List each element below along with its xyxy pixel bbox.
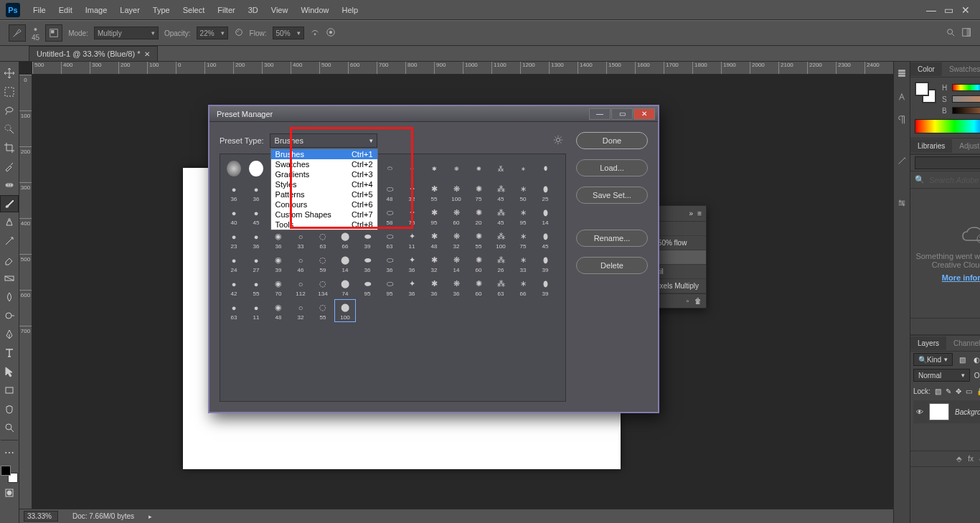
brush-preset[interactable]: ◉48 xyxy=(268,299,289,322)
brush-preset[interactable]: ●36 xyxy=(245,181,267,204)
rectangle-tool[interactable] xyxy=(0,382,19,399)
new-preset-icon[interactable]: ▫ xyxy=(686,297,689,305)
brush-preset[interactable]: ●27 xyxy=(245,252,267,275)
brush-preset[interactable]: ⁂45 xyxy=(490,204,512,227)
brush-preset[interactable]: ●23 xyxy=(223,228,245,251)
pressure-size-icon[interactable] xyxy=(326,27,336,39)
sat-slider[interactable] xyxy=(952,95,980,103)
status-chevron-icon[interactable]: ▸ xyxy=(149,513,152,520)
brush-preset[interactable]: ✦75 xyxy=(401,204,423,227)
brush-preset[interactable]: ✦32 xyxy=(401,181,423,204)
brush-preset[interactable]: ✱55 xyxy=(423,181,445,204)
brush-preset[interactable]: ✦ xyxy=(401,157,423,180)
eraser-tool[interactable] xyxy=(0,251,19,268)
properties-panel-icon[interactable] xyxy=(894,195,910,211)
brush-preset[interactable]: ⬮14 xyxy=(534,204,556,227)
color-tab[interactable]: Color xyxy=(910,62,942,76)
dodge-tool[interactable] xyxy=(0,307,19,324)
brush-preset[interactable]: ✺60 xyxy=(468,275,489,298)
menu-view[interactable]: View xyxy=(265,4,294,17)
healing-brush-tool[interactable] xyxy=(0,176,19,194)
layer-fx-icon[interactable]: fx xyxy=(968,455,974,463)
brush-preset[interactable]: ◌55 xyxy=(312,299,334,322)
brush-preset[interactable]: ∗ xyxy=(512,157,534,180)
horizontal-ruler[interactable]: 5004003002001000100200300400500600700800… xyxy=(32,62,893,75)
layer-item[interactable]: 👁 Background 🔒 xyxy=(913,400,980,423)
clone-stamp-tool[interactable] xyxy=(0,214,19,231)
preset-type-option[interactable]: ToolsCtrl+8 xyxy=(271,220,377,230)
brush-preset[interactable]: ✦11 xyxy=(401,228,423,251)
pen-tool[interactable] xyxy=(0,326,19,343)
menu-help[interactable]: Help xyxy=(336,4,364,17)
preset-type-dropdown[interactable]: Brushes BrushesCtrl+1SwatchesCtrl+2Gradi… xyxy=(270,133,377,148)
type-tool[interactable] xyxy=(0,344,19,362)
brush-preset[interactable]: ❋100 xyxy=(446,181,467,204)
preset-type-option[interactable]: BrushesCtrl+1 xyxy=(271,149,377,159)
zoom-tool[interactable] xyxy=(0,419,19,436)
preset-type-option[interactable]: Custom ShapesCtrl+7 xyxy=(271,209,377,220)
brush-preset[interactable]: ●42 xyxy=(223,275,245,298)
brush-preset[interactable]: ✺20 xyxy=(468,204,489,227)
brush-tool[interactable] xyxy=(0,195,19,212)
brush-preset[interactable]: ⬭63 xyxy=(379,228,400,251)
brush-preset[interactable]: ●40 xyxy=(223,204,245,227)
tool-preset-picker[interactable] xyxy=(9,24,26,42)
layers-tab[interactable]: Layers xyxy=(910,336,946,350)
zoom-status[interactable]: 33.33% xyxy=(24,511,58,522)
brush-preset[interactable]: ❋60 xyxy=(446,204,467,227)
brush-preset[interactable]: ○112 xyxy=(290,275,311,298)
blur-tool[interactable] xyxy=(0,288,19,306)
pressure-opacity-icon[interactable] xyxy=(234,27,244,39)
brush-preset[interactable]: ⁂26 xyxy=(490,252,512,275)
menu-select[interactable]: Select xyxy=(177,4,211,17)
brush-preset[interactable]: ❋14 xyxy=(446,252,467,275)
channels-tab[interactable]: Channels xyxy=(946,336,980,350)
brush-preset[interactable]: ❋36 xyxy=(446,275,467,298)
brush-preset[interactable]: ∗66 xyxy=(512,275,534,298)
document-tab[interactable]: Untitled-1 @ 33.3% (Blue/8) * ✕ xyxy=(29,46,158,61)
brush-preset[interactable]: ⬮25 xyxy=(534,181,556,204)
hue-slider[interactable] xyxy=(952,84,980,91)
dialog-close-button[interactable]: ✕ xyxy=(633,108,655,120)
brush-preset[interactable]: ❋32 xyxy=(446,228,467,251)
menu-3d[interactable]: 3D xyxy=(242,4,264,17)
brush-preset[interactable]: ✺60 xyxy=(468,252,489,275)
library-select[interactable] xyxy=(915,156,980,169)
quick-mask-toggle[interactable] xyxy=(0,484,19,501)
stock-search-placeholder[interactable]: Search Adobe Stock xyxy=(929,176,980,184)
foreground-background-colors[interactable] xyxy=(1,466,18,483)
dialog-minimize-button[interactable]: — xyxy=(589,108,611,120)
marquee-tool[interactable] xyxy=(0,83,19,100)
brush-preset[interactable]: ○46 xyxy=(290,252,311,275)
lock-all-icon[interactable]: 🔒 xyxy=(976,387,980,395)
fg-color[interactable] xyxy=(915,82,929,96)
brush-preset[interactable]: ∗50 xyxy=(512,181,534,204)
path-select-tool[interactable] xyxy=(0,363,19,380)
filter-pixel-icon[interactable]: ▧ xyxy=(957,356,967,364)
brush-preset[interactable]: ⬤100 xyxy=(334,299,356,322)
brush-preset[interactable]: ◌63 xyxy=(312,228,334,251)
save-set-button[interactable]: Save Set... xyxy=(576,187,648,204)
lock-pixels-icon[interactable]: ▧ xyxy=(935,387,941,395)
brush-preset[interactable]: ◌59 xyxy=(312,252,334,275)
libraries-tab[interactable]: Libraries xyxy=(910,139,952,153)
edit-toolbar[interactable]: ⋯ xyxy=(0,444,19,461)
more-info-link[interactable]: More information xyxy=(942,273,980,282)
brush-preset[interactable]: ⁂100 xyxy=(490,228,512,251)
delete-button[interactable]: Delete xyxy=(576,257,648,274)
brush-preset[interactable]: ⬤66 xyxy=(334,228,356,251)
brush-preset[interactable]: ⁂63 xyxy=(490,275,512,298)
crop-tool[interactable] xyxy=(0,139,19,156)
flow-input[interactable]: 50%▾ xyxy=(273,27,304,39)
quick-select-tool[interactable] xyxy=(0,121,19,138)
mode-dropdown[interactable]: Multiply▾ xyxy=(94,27,159,39)
eyedropper-tool[interactable] xyxy=(0,158,19,175)
brush-preset[interactable]: ✺ xyxy=(468,157,489,180)
brush-preset[interactable]: ●11 xyxy=(245,299,267,322)
lock-position-icon[interactable]: ✥ xyxy=(956,387,961,395)
brush-picker[interactable]: • 45 xyxy=(32,24,39,42)
airbrush-icon[interactable] xyxy=(310,27,320,39)
move-tool[interactable] xyxy=(0,65,19,82)
color-fgbg-swatch[interactable] xyxy=(915,82,936,103)
history-brush-tool[interactable] xyxy=(0,232,19,250)
